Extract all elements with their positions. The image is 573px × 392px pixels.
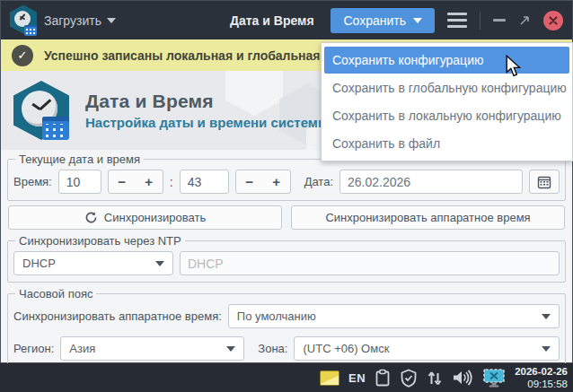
hw-sync-select[interactable]: По умолчанию [228,304,560,328]
hours-increment-button[interactable]: + [136,170,163,193]
time-colon: : [170,175,173,189]
timezone-legend: Часовой пояс [15,287,96,301]
menu-item-save-global-config[interactable]: Сохранить в глобальную конфигурацию [324,74,569,101]
security-shield-icon[interactable] [400,369,418,388]
region-value: Азия [69,342,95,355]
hours-decrement-button[interactable]: − [109,170,136,193]
chevron-down-icon [542,314,551,319]
volume-icon[interactable] [452,369,473,387]
zone-label: Зона: [258,342,287,355]
menu-item-save-to-file[interactable]: Сохранить в файл [324,130,569,157]
minutes-increment-button[interactable]: + [263,170,290,193]
ntp-mode-select[interactable]: DHCP [13,251,173,275]
chevron-down-icon [226,346,235,352]
hw-sync-value: По умолчанию [237,309,316,323]
chevron-down-icon [107,18,116,23]
page-title: Дата и Время [85,91,330,112]
language-indicator[interactable]: EN [348,371,366,385]
ntp-section: Синхронизировать через NTP DHCP [7,234,566,283]
hours-stepper: − + [108,170,163,194]
check-circle-icon: ✓ [12,45,33,66]
timezone-section: Часовой пояс Синхронизировать аппаратное… [7,287,566,368]
zone-value: (UTC +06) Омск [303,342,389,355]
minutes-decrement-button[interactable]: − [236,170,263,193]
keyboard-layout-icon[interactable] [320,370,339,386]
notification-text: Успешно записаны локальная и глобальная … [44,48,357,63]
system-taskbar: EN [0,363,573,392]
display-settings-icon[interactable] [482,368,506,388]
sync-hardware-time-button[interactable]: Синхронизировать аппаратное время [291,205,565,230]
menu-item-save-config[interactable]: Сохранить конфигурацию [324,47,569,74]
minutes-input[interactable] [180,170,229,194]
synchronize-label: Синхронизировать [104,211,206,224]
ntp-server-input[interactable] [180,251,560,275]
window-title: Дата и Время [230,13,314,28]
synchronize-button[interactable]: Синхронизировать [8,205,282,230]
titlebar-separator [480,12,480,30]
region-select[interactable]: Азия [60,336,244,361]
calendar-icon [537,175,551,189]
clipboard-icon[interactable] [375,369,391,387]
titlebar: Загрузить Дата и Время Сохранить [1,1,572,39]
chevron-down-icon [542,346,551,352]
region-label: Регион: [13,342,54,355]
network-traffic-icon[interactable] [427,370,443,387]
hours-input[interactable] [58,170,101,194]
date-input[interactable] [339,170,523,194]
taskbar-clock[interactable]: 2026-02-26 09:15:58 [515,365,569,391]
calendar-picker-button[interactable] [529,170,560,194]
taskbar-time: 09:15:58 [515,378,568,390]
current-datetime-legend: Текущие дата и время [15,152,144,166]
close-button[interactable] [543,11,563,30]
taskbar-date: 2026-02-26 [515,365,568,378]
restore-button[interactable] [518,14,531,27]
settings-form: Текущие дата и время Время: − + : − + Да… [1,150,572,373]
ntp-legend: Синхронизировать через NTP [15,234,185,248]
hw-sync-label: Синхронизировать аппаратное время: [13,309,222,323]
save-dropdown-button[interactable]: Сохранить [331,8,435,33]
menu-button[interactable] [447,13,467,28]
app-clock-icon [10,5,37,36]
sync-hardware-label: Синхронизировать аппаратное время [325,211,530,224]
date-label: Дата: [304,175,333,188]
mouse-cursor [505,55,523,78]
close-icon [549,16,558,25]
load-label: Загрузить [44,13,101,28]
minutes-stepper: − + [235,170,291,194]
save-dropdown-menu: Сохранить конфигурацию Сохранить в глоба… [321,42,573,161]
zone-select[interactable]: (UTC +06) Омск [294,336,560,361]
ntp-mode-value: DHCP [22,257,56,270]
desktop: Загрузить Дата и Время Сохранить [0,0,573,392]
datetime-banner-icon [13,79,71,142]
restore-icon [518,14,531,27]
save-label: Сохранить [343,13,406,28]
refresh-icon [84,211,98,224]
page-subtitle: Настройка даты и времени системы [85,115,330,130]
time-label: Время: [13,175,52,188]
minimize-button[interactable] [493,19,506,22]
load-dropdown-button[interactable]: Загрузить [44,13,116,28]
menu-item-save-local-config[interactable]: Сохранить в локальную конфигурацию [324,102,569,129]
chevron-down-icon [155,261,164,266]
chevron-down-icon [413,18,422,23]
